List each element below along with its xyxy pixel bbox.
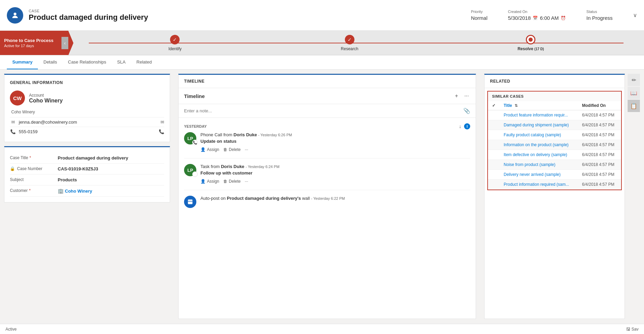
case-title-link-4[interactable]: Item defective on delivery (sample)	[504, 152, 567, 157]
header-expand-button[interactable]: ∨	[633, 12, 637, 18]
timeline-card: TIMELINE Timeline + ··· 📎 YESTERDAY ↓	[178, 74, 476, 319]
sort-down-icon[interactable]: ↓	[459, 124, 461, 129]
case-title-link-6[interactable]: Delivery never arrived (sample)	[504, 172, 561, 177]
info-icon[interactable]: i	[464, 123, 470, 129]
table-row: Product information required (sam... 6/4…	[488, 180, 621, 190]
tab-related[interactable]: Related	[131, 55, 157, 69]
edit-side-button[interactable]: ✏	[628, 74, 640, 86]
case-title-cell-3[interactable]: Information on the product (sample)	[500, 140, 578, 150]
row-check-1[interactable]	[488, 120, 500, 130]
tab-details[interactable]: Details	[38, 55, 62, 69]
case-title-label: Case Title *	[10, 155, 58, 160]
similar-cases-header: SIMILAR CASES	[488, 92, 621, 101]
assign-button-2[interactable]: 👤 Assign	[200, 178, 219, 184]
email-action-icon[interactable]: ✉	[160, 120, 164, 125]
account-name[interactable]: Coho Winery	[29, 98, 63, 104]
assign-button-1[interactable]: 👤 Assign	[200, 147, 219, 153]
case-title-link-1[interactable]: Damaged during shipment (sample)	[504, 123, 569, 127]
account-label: Account	[29, 93, 63, 98]
delete-button-2[interactable]: 🗑 Delete	[223, 178, 241, 184]
row-check-7[interactable]	[488, 180, 500, 190]
svg-rect-1	[188, 199, 192, 204]
case-modified-cell-4: 6/4/2018 4:57 PM	[578, 150, 621, 160]
case-title-link-3[interactable]: Information on the product (sample)	[504, 142, 569, 147]
timeline-day-actions: ↓ i	[459, 123, 470, 129]
phone-action-icon[interactable]: 📞	[159, 129, 164, 134]
time-icon[interactable]: ⏰	[561, 16, 566, 20]
middle-panel: TIMELINE Timeline + ··· 📎 YESTERDAY ↓	[174, 70, 480, 323]
step-circle-resolve	[526, 35, 535, 44]
timeline-item-desc-1: Update on status	[200, 139, 470, 144]
related-panel: RELATED SIMILAR CASES ✓ Title ⇅ Modified…	[484, 74, 625, 319]
title-column-header[interactable]: Title ⇅	[500, 101, 578, 110]
timeline-item: Auto-post on Product damaged during deli…	[184, 196, 470, 213]
customer-value[interactable]: 🏢 Coho Winery	[58, 188, 164, 194]
table-row: Product feature information requir... 6/…	[488, 110, 621, 120]
check-all-header[interactable]: ✓	[488, 101, 500, 110]
timeline-item-header-2: Task from Doris Duke - Yesterday 6:24 PM	[200, 164, 470, 169]
note-input[interactable]	[184, 108, 461, 113]
case-title-link-2[interactable]: Faulty product catalog (sample)	[504, 133, 561, 137]
case-title-cell-5[interactable]: Noise from product (sample)	[500, 160, 578, 170]
table-row: Noise from product (sample) 6/4/2018 4:5…	[488, 160, 621, 170]
assign-icon-1: 👤	[200, 147, 206, 152]
customer-link-icon: 🏢	[58, 188, 64, 194]
case-title-value[interactable]: Product damaged during delivery	[58, 155, 164, 161]
case-title-cell-7[interactable]: Product information required (sam...	[500, 180, 578, 190]
row-check-6[interactable]	[488, 170, 500, 180]
right-panel: RELATED SIMILAR CASES ✓ Title ⇅ Modified…	[480, 70, 644, 323]
row-check-0[interactable]	[488, 110, 500, 120]
required-marker: *	[29, 155, 31, 160]
row-check-5[interactable]	[488, 160, 500, 170]
timeline-section-title: TIMELINE	[184, 79, 205, 84]
header: CASE Product damaged during delivery Pri…	[0, 0, 644, 31]
field-grid: Case Title * Product damaged during deli…	[10, 153, 164, 197]
header-entity-avatar	[7, 7, 23, 24]
timeline-header-actions: + ···	[453, 92, 470, 100]
case-title-cell-4[interactable]: Item defective on delivery (sample)	[500, 150, 578, 160]
copy-side-button[interactable]: 📋	[628, 100, 640, 112]
case-title-cell-2[interactable]: Faulty product catalog (sample)	[500, 130, 578, 140]
timeline-sub-title: Timeline	[184, 93, 205, 99]
lock-icon: 🔒	[10, 166, 15, 171]
process-bar: Phone to Case Process Active for 17 days…	[0, 31, 644, 55]
customer-label: Customer *	[10, 188, 58, 193]
calendar-icon[interactable]: 📅	[533, 16, 538, 20]
main-content: GENERAL INFORMATION CW Account Coho Wine…	[0, 70, 644, 323]
similar-cases-box: SIMILAR CASES ✓ Title ⇅ Modified On Prod…	[487, 91, 622, 190]
timeline-add-button[interactable]: +	[453, 92, 459, 100]
tab-summary[interactable]: Summary	[7, 55, 38, 69]
email-row: ✉ jenna.dean@cohowinery.com ✉	[10, 117, 164, 127]
account-row: CW Account Coho Winery	[10, 91, 164, 106]
status-value: In Progress	[586, 15, 613, 21]
more-button-2[interactable]: ···	[245, 178, 248, 184]
case-title-cell-0[interactable]: Product feature information requir...	[500, 110, 578, 120]
email-icon: ✉	[10, 120, 16, 125]
step-label-identify: Identify	[168, 46, 182, 51]
tab-sla[interactable]: SLA	[112, 55, 131, 69]
table-row: Information on the product (sample) 6/4/…	[488, 140, 621, 150]
process-label-box: Phone to Case Process Active for 17 days…	[0, 31, 68, 55]
row-check-2[interactable]	[488, 130, 500, 140]
case-title-link-5[interactable]: Noise from product (sample)	[504, 162, 555, 167]
step-circle-research: ✓	[345, 35, 354, 44]
delete-button-1[interactable]: 🗑 Delete	[223, 147, 241, 153]
row-check-3[interactable]	[488, 140, 500, 150]
table-row: Item defective on delivery (sample) 6/4/…	[488, 150, 621, 160]
timeline-item-header-3: Auto-post on Product damaged during deli…	[200, 196, 470, 201]
case-title-cell-6[interactable]: Delivery never arrived (sample)	[500, 170, 578, 180]
case-title-link-7[interactable]: Product information required (sam...	[504, 182, 569, 187]
row-check-4[interactable]	[488, 150, 500, 160]
left-panel: GENERAL INFORMATION CW Account Coho Wine…	[0, 70, 174, 323]
case-title-link-0[interactable]: Product feature information requir...	[504, 113, 568, 117]
book-side-button[interactable]: 📖	[628, 87, 640, 99]
case-number-label: 🔒 Case Number	[10, 166, 58, 171]
tab-case-relationships[interactable]: Case Relationships	[62, 55, 112, 69]
subject-value[interactable]: Products	[58, 177, 164, 182]
case-title-cell-1[interactable]: Damaged during shipment (sample)	[500, 120, 578, 130]
attach-icon[interactable]: 📎	[463, 108, 470, 114]
timeline-more-button[interactable]: ···	[463, 92, 470, 100]
more-button-1[interactable]: ···	[245, 147, 248, 153]
process-collapse-button[interactable]: ‹	[61, 37, 68, 49]
case-modified-cell-3: 6/4/2018 4:57 PM	[578, 140, 621, 150]
